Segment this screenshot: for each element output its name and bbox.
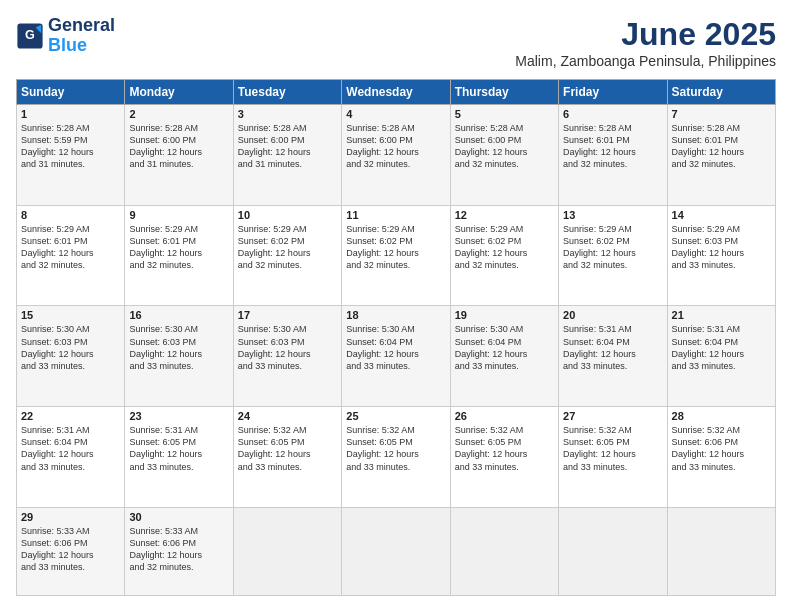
day-number: 21 [672, 309, 771, 321]
day-number: 30 [129, 511, 228, 523]
day-number: 12 [455, 209, 554, 221]
day-header-sunday: Sunday [17, 80, 125, 105]
day-info: Sunrise: 5:32 AM Sunset: 6:05 PM Dayligh… [563, 424, 662, 473]
calendar-table: SundayMondayTuesdayWednesdayThursdayFrid… [16, 79, 776, 596]
day-info: Sunrise: 5:29 AM Sunset: 6:03 PM Dayligh… [672, 223, 771, 272]
day-header-wednesday: Wednesday [342, 80, 450, 105]
day-number: 24 [238, 410, 337, 422]
day-info: Sunrise: 5:28 AM Sunset: 6:00 PM Dayligh… [346, 122, 445, 171]
day-info: Sunrise: 5:29 AM Sunset: 6:01 PM Dayligh… [21, 223, 120, 272]
day-number: 16 [129, 309, 228, 321]
day-info: Sunrise: 5:32 AM Sunset: 6:05 PM Dayligh… [455, 424, 554, 473]
table-row: 30Sunrise: 5:33 AM Sunset: 6:06 PM Dayli… [125, 507, 233, 595]
calendar-title: June 2025 [515, 16, 776, 53]
week-row: 8Sunrise: 5:29 AM Sunset: 6:01 PM Daylig… [17, 205, 776, 306]
day-number: 17 [238, 309, 337, 321]
table-row: 17Sunrise: 5:30 AM Sunset: 6:03 PM Dayli… [233, 306, 341, 407]
day-info: Sunrise: 5:28 AM Sunset: 5:59 PM Dayligh… [21, 122, 120, 171]
day-number: 20 [563, 309, 662, 321]
day-info: Sunrise: 5:31 AM Sunset: 6:05 PM Dayligh… [129, 424, 228, 473]
table-row: 27Sunrise: 5:32 AM Sunset: 6:05 PM Dayli… [559, 407, 667, 508]
day-number: 19 [455, 309, 554, 321]
table-row: 16Sunrise: 5:30 AM Sunset: 6:03 PM Dayli… [125, 306, 233, 407]
day-number: 22 [21, 410, 120, 422]
day-number: 8 [21, 209, 120, 221]
logo: G General Blue [16, 16, 115, 56]
day-info: Sunrise: 5:30 AM Sunset: 6:03 PM Dayligh… [21, 323, 120, 372]
table-row [667, 507, 775, 595]
day-info: Sunrise: 5:28 AM Sunset: 6:00 PM Dayligh… [455, 122, 554, 171]
table-row: 28Sunrise: 5:32 AM Sunset: 6:06 PM Dayli… [667, 407, 775, 508]
day-info: Sunrise: 5:28 AM Sunset: 6:00 PM Dayligh… [238, 122, 337, 171]
day-info: Sunrise: 5:30 AM Sunset: 6:03 PM Dayligh… [129, 323, 228, 372]
day-info: Sunrise: 5:28 AM Sunset: 6:01 PM Dayligh… [563, 122, 662, 171]
calendar-page: G General Blue June 2025 Malim, Zamboang… [0, 0, 792, 612]
table-row: 5Sunrise: 5:28 AM Sunset: 6:00 PM Daylig… [450, 105, 558, 206]
header-row: SundayMondayTuesdayWednesdayThursdayFrid… [17, 80, 776, 105]
table-row: 6Sunrise: 5:28 AM Sunset: 6:01 PM Daylig… [559, 105, 667, 206]
day-number: 3 [238, 108, 337, 120]
day-number: 29 [21, 511, 120, 523]
table-row: 14Sunrise: 5:29 AM Sunset: 6:03 PM Dayli… [667, 205, 775, 306]
calendar-subtitle: Malim, Zamboanga Peninsula, Philippines [515, 53, 776, 69]
table-row [342, 507, 450, 595]
table-row: 24Sunrise: 5:32 AM Sunset: 6:05 PM Dayli… [233, 407, 341, 508]
day-info: Sunrise: 5:33 AM Sunset: 6:06 PM Dayligh… [129, 525, 228, 574]
day-info: Sunrise: 5:32 AM Sunset: 6:06 PM Dayligh… [672, 424, 771, 473]
logo-line2: Blue [48, 36, 115, 56]
table-row: 20Sunrise: 5:31 AM Sunset: 6:04 PM Dayli… [559, 306, 667, 407]
logo-icon: G [16, 22, 44, 50]
table-row [450, 507, 558, 595]
day-info: Sunrise: 5:31 AM Sunset: 6:04 PM Dayligh… [563, 323, 662, 372]
day-number: 14 [672, 209, 771, 221]
week-row: 15Sunrise: 5:30 AM Sunset: 6:03 PM Dayli… [17, 306, 776, 407]
day-info: Sunrise: 5:33 AM Sunset: 6:06 PM Dayligh… [21, 525, 120, 574]
day-number: 27 [563, 410, 662, 422]
header: G General Blue June 2025 Malim, Zamboang… [16, 16, 776, 69]
table-row: 3Sunrise: 5:28 AM Sunset: 6:00 PM Daylig… [233, 105, 341, 206]
day-info: Sunrise: 5:31 AM Sunset: 6:04 PM Dayligh… [21, 424, 120, 473]
day-info: Sunrise: 5:30 AM Sunset: 6:04 PM Dayligh… [346, 323, 445, 372]
table-row: 13Sunrise: 5:29 AM Sunset: 6:02 PM Dayli… [559, 205, 667, 306]
table-row: 1Sunrise: 5:28 AM Sunset: 5:59 PM Daylig… [17, 105, 125, 206]
table-row: 12Sunrise: 5:29 AM Sunset: 6:02 PM Dayli… [450, 205, 558, 306]
table-row [559, 507, 667, 595]
day-number: 10 [238, 209, 337, 221]
table-row: 11Sunrise: 5:29 AM Sunset: 6:02 PM Dayli… [342, 205, 450, 306]
day-number: 23 [129, 410, 228, 422]
day-info: Sunrise: 5:29 AM Sunset: 6:01 PM Dayligh… [129, 223, 228, 272]
day-info: Sunrise: 5:28 AM Sunset: 6:00 PM Dayligh… [129, 122, 228, 171]
logo-line1: General [48, 16, 115, 36]
logo-text: General Blue [48, 16, 115, 56]
table-row: 4Sunrise: 5:28 AM Sunset: 6:00 PM Daylig… [342, 105, 450, 206]
day-info: Sunrise: 5:32 AM Sunset: 6:05 PM Dayligh… [238, 424, 337, 473]
day-number: 4 [346, 108, 445, 120]
day-number: 9 [129, 209, 228, 221]
day-header-saturday: Saturday [667, 80, 775, 105]
day-number: 7 [672, 108, 771, 120]
week-row: 22Sunrise: 5:31 AM Sunset: 6:04 PM Dayli… [17, 407, 776, 508]
svg-text:G: G [25, 28, 35, 42]
day-info: Sunrise: 5:30 AM Sunset: 6:03 PM Dayligh… [238, 323, 337, 372]
day-header-friday: Friday [559, 80, 667, 105]
day-number: 28 [672, 410, 771, 422]
table-row: 25Sunrise: 5:32 AM Sunset: 6:05 PM Dayli… [342, 407, 450, 508]
table-row: 9Sunrise: 5:29 AM Sunset: 6:01 PM Daylig… [125, 205, 233, 306]
day-info: Sunrise: 5:30 AM Sunset: 6:04 PM Dayligh… [455, 323, 554, 372]
day-number: 6 [563, 108, 662, 120]
table-row: 29Sunrise: 5:33 AM Sunset: 6:06 PM Dayli… [17, 507, 125, 595]
day-info: Sunrise: 5:28 AM Sunset: 6:01 PM Dayligh… [672, 122, 771, 171]
title-block: June 2025 Malim, Zamboanga Peninsula, Ph… [515, 16, 776, 69]
day-number: 11 [346, 209, 445, 221]
day-info: Sunrise: 5:29 AM Sunset: 6:02 PM Dayligh… [563, 223, 662, 272]
table-row: 8Sunrise: 5:29 AM Sunset: 6:01 PM Daylig… [17, 205, 125, 306]
table-row: 7Sunrise: 5:28 AM Sunset: 6:01 PM Daylig… [667, 105, 775, 206]
day-number: 25 [346, 410, 445, 422]
day-number: 15 [21, 309, 120, 321]
week-row: 29Sunrise: 5:33 AM Sunset: 6:06 PM Dayli… [17, 507, 776, 595]
table-row: 26Sunrise: 5:32 AM Sunset: 6:05 PM Dayli… [450, 407, 558, 508]
day-header-tuesday: Tuesday [233, 80, 341, 105]
week-row: 1Sunrise: 5:28 AM Sunset: 5:59 PM Daylig… [17, 105, 776, 206]
day-info: Sunrise: 5:32 AM Sunset: 6:05 PM Dayligh… [346, 424, 445, 473]
day-number: 1 [21, 108, 120, 120]
